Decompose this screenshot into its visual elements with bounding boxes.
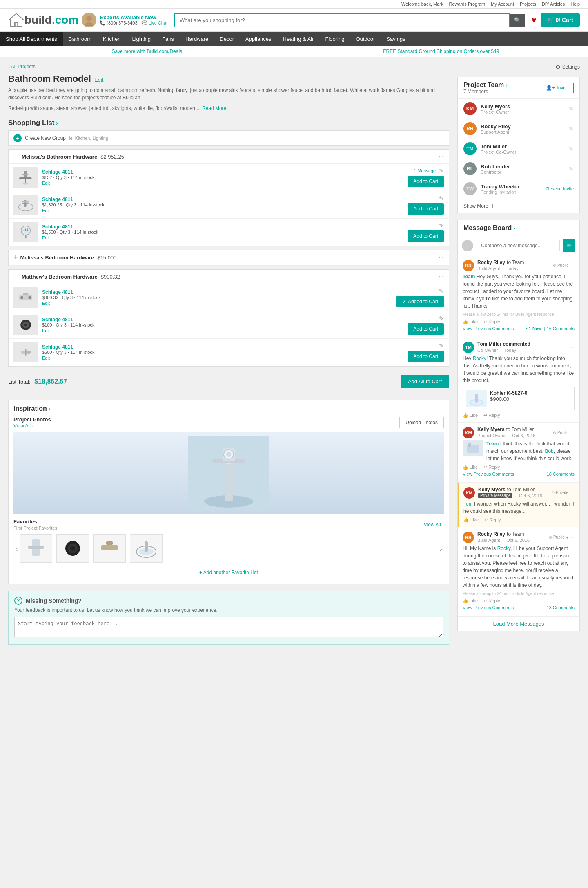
add-to-cart-button[interactable]: Add to Cart xyxy=(408,351,444,362)
read-more-link[interactable]: Read More xyxy=(202,105,226,111)
cart-button[interactable]: 🛒 0/ Cart xyxy=(541,13,580,27)
search-input[interactable] xyxy=(174,13,510,27)
product-name[interactable]: Schlage 4811 xyxy=(42,197,403,202)
nav-hardware[interactable]: Hardware xyxy=(180,32,214,46)
projects-link[interactable]: Projects xyxy=(520,2,536,7)
group-toggle[interactable]: — xyxy=(13,273,19,280)
diy-link[interactable]: DIY Articles xyxy=(542,2,565,7)
group-menu[interactable]: ··· xyxy=(436,254,444,262)
edit-icon[interactable]: ✎ xyxy=(439,342,444,349)
reply-button[interactable]: ↩ Reply xyxy=(483,319,500,324)
message-menu[interactable]: ··· xyxy=(570,262,575,268)
inspiration-arrow[interactable]: › xyxy=(49,405,51,412)
reply-button[interactable]: ↩ Reply xyxy=(483,598,500,604)
like-button[interactable]: 👍 Like xyxy=(463,319,478,324)
added-to-cart-button[interactable]: ✔ Added to Cart xyxy=(396,296,444,307)
add-favorite-list-btn[interactable]: + Add another Favorite List xyxy=(13,566,444,579)
nav-decor[interactable]: Decor xyxy=(214,32,240,46)
product-name[interactable]: Schlage 4811 xyxy=(42,317,403,322)
view-all-photos-link[interactable]: View All › xyxy=(13,423,33,429)
logo-area[interactable]: build.com Experts Available Now 📞 (800) … xyxy=(8,12,167,28)
settings-button[interactable]: ⚙ Settings xyxy=(555,64,580,70)
favorite-item[interactable] xyxy=(20,534,52,563)
reply-button[interactable]: ↩ Reply xyxy=(483,465,500,470)
product-edit-link[interactable]: Edit xyxy=(42,208,50,213)
message-board-arrow[interactable]: › xyxy=(513,225,515,231)
nav-shop-all[interactable]: Shop All Departments xyxy=(0,32,63,46)
message-menu[interactable]: ··· xyxy=(570,344,575,350)
like-button[interactable]: 👍 Like xyxy=(463,598,478,604)
nav-savings[interactable]: Savings xyxy=(381,32,411,46)
product-name[interactable]: Schlage 4811 xyxy=(42,344,403,350)
upload-photos-button[interactable]: Upload Photos xyxy=(399,417,444,428)
member-edit-icon[interactable]: ✎ xyxy=(569,125,574,132)
message-link[interactable]: 1 Message xyxy=(414,168,436,173)
product-edit-link[interactable]: Edit xyxy=(42,181,50,186)
product-edit-link[interactable]: Edit xyxy=(42,235,50,240)
create-group-btn[interactable]: + Create New Group ie. Kitchen, Lighting xyxy=(8,130,449,146)
nav-outdoor[interactable]: Outdoor xyxy=(350,32,381,46)
message-menu[interactable]: ··· xyxy=(570,429,575,436)
view-comments-link[interactable]: View Previous Comments • 1 New | 16 Comm… xyxy=(463,326,575,331)
nav-heating[interactable]: Heating & Air xyxy=(277,32,320,46)
edit-icon[interactable]: ✎ xyxy=(439,315,444,322)
show-more-btn[interactable]: Show More + xyxy=(458,199,579,213)
edit-icon[interactable]: ✎ xyxy=(439,288,444,294)
view-all-favorites-link[interactable]: View All › xyxy=(424,522,444,528)
member-edit-icon[interactable]: ✎ xyxy=(569,145,574,152)
nav-lighting[interactable]: Lighting xyxy=(126,32,156,46)
invite-button[interactable]: 👤+ Invite xyxy=(541,83,574,93)
nav-flooring[interactable]: Flooring xyxy=(319,32,350,46)
compose-input[interactable] xyxy=(477,240,560,251)
resend-invite-link[interactable]: Resend Invite xyxy=(546,186,574,191)
nav-appliances[interactable]: Appliances xyxy=(240,32,277,46)
compose-send-button[interactable]: ✏ xyxy=(563,239,575,252)
group-toggle[interactable]: — xyxy=(13,153,19,160)
product-edit-link[interactable]: Edit xyxy=(42,301,50,306)
group-expand-btn[interactable]: + xyxy=(13,253,18,262)
product-name[interactable]: Schlage 4811 xyxy=(42,169,403,175)
shopping-list-arrow[interactable]: › xyxy=(56,120,58,126)
favorite-item[interactable] xyxy=(93,534,126,563)
add-to-cart-button[interactable]: Add to Cart xyxy=(408,176,444,187)
breadcrumb[interactable]: All Projects xyxy=(8,64,449,69)
add-all-to-cart-button[interactable]: Add All to Cart xyxy=(401,375,449,388)
view-comments-link[interactable]: View Previous Comments 18 Comments xyxy=(463,605,575,610)
shopping-list-menu[interactable]: ··· xyxy=(441,119,449,127)
account-link[interactable]: My Account xyxy=(491,2,514,7)
add-to-cart-button[interactable]: Add to Cart xyxy=(408,230,444,242)
message-menu[interactable]: ··· xyxy=(570,534,575,540)
product-edit-link[interactable]: Edit xyxy=(42,356,50,360)
favorite-item[interactable] xyxy=(56,534,89,563)
nav-fans[interactable]: Fans xyxy=(156,32,180,46)
team-arrow[interactable]: › xyxy=(506,82,508,88)
like-button[interactable]: 👍 Like xyxy=(463,413,478,418)
feedback-input[interactable] xyxy=(14,617,443,637)
like-button[interactable]: 👍 Like xyxy=(463,517,479,523)
edit-icon[interactable]: ✎ xyxy=(439,168,444,174)
edit-icon[interactable]: ✎ xyxy=(439,222,444,229)
wishlist-icon[interactable]: ♥ xyxy=(532,16,537,25)
load-more-messages-button[interactable]: Load More Messages xyxy=(458,616,579,631)
add-to-cart-button[interactable]: Add to Cart xyxy=(408,203,444,215)
group-menu[interactable]: ··· xyxy=(436,273,444,280)
nav-kitchen[interactable]: Kitchen xyxy=(97,32,126,46)
product-name[interactable]: Schlage 4811 xyxy=(42,289,392,295)
project-edit-link[interactable]: Edit xyxy=(94,77,103,83)
edit-icon[interactable]: ✎ xyxy=(439,195,444,201)
group-menu[interactable]: ··· xyxy=(436,153,444,160)
nav-bathroom[interactable]: Bathroom xyxy=(63,32,97,46)
like-button[interactable]: 👍 Like xyxy=(463,465,478,470)
search-button[interactable]: 🔍 xyxy=(510,14,525,27)
member-edit-icon[interactable]: ✎ xyxy=(569,166,574,172)
carousel-prev-button[interactable]: ‹ xyxy=(13,544,20,553)
reply-button[interactable]: ↩ Reply xyxy=(484,517,501,523)
favorite-item[interactable] xyxy=(130,534,163,563)
collapse-icon[interactable]: ▾ xyxy=(566,535,568,540)
help-link[interactable]: Help xyxy=(570,2,580,7)
add-to-cart-button[interactable]: Add to Cart xyxy=(408,323,444,335)
carousel-next-button[interactable]: › xyxy=(438,544,444,553)
promo-deals[interactable]: Save more with Build.com/Deals xyxy=(0,46,294,57)
message-menu[interactable]: ··· xyxy=(570,490,575,496)
reply-button[interactable]: ↩ Reply xyxy=(483,413,500,418)
